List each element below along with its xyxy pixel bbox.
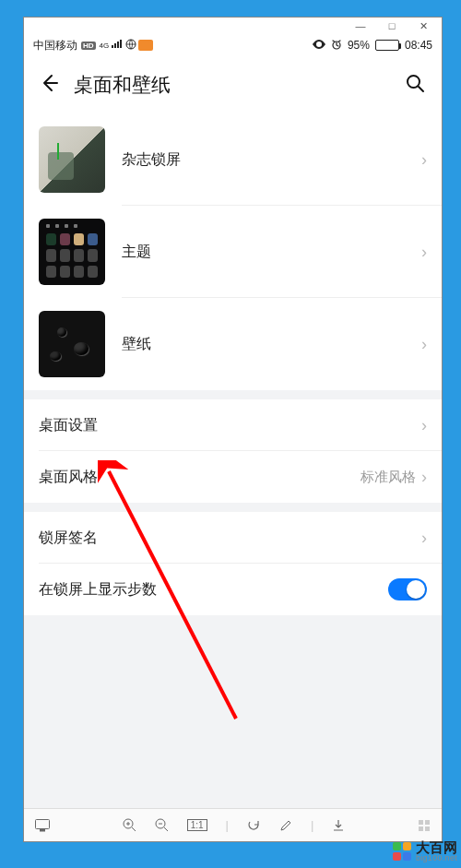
svg-rect-5 — [40, 829, 45, 832]
chevron-right-icon: › — [421, 244, 427, 260]
show-steps-row: 在锁屏上显示步数 — [24, 564, 442, 615]
row-label: 杂志锁屏 — [122, 150, 181, 170]
watermark: 大百网 big100.net — [392, 840, 457, 862]
page-title: 桌面和壁纸 — [74, 72, 171, 98]
row-label: 主题 — [122, 243, 151, 262]
clock-label: 08:45 — [405, 39, 432, 52]
wallpaper-row[interactable]: 壁纸 › — [24, 298, 442, 390]
phone-screen: 中国移动 HD 4G 95% 08:45 — [24, 34, 442, 808]
screenshot-button[interactable] — [35, 819, 50, 832]
chevron-right-icon: › — [421, 417, 427, 434]
emulator-toolbar: 1:1 | | — [24, 808, 442, 841]
arrow-left-icon — [39, 73, 59, 93]
window-titlebar: — □ ✕ — [24, 18, 442, 34]
chevron-right-icon: › — [421, 469, 427, 485]
search-button[interactable] — [401, 69, 429, 101]
rotate-button[interactable] — [247, 818, 261, 832]
svg-rect-11 — [425, 826, 430, 831]
zoom-in-button[interactable] — [123, 818, 136, 832]
alarm-icon — [331, 39, 342, 53]
status-left: 中国移动 HD 4G — [33, 38, 153, 54]
window-close-button[interactable]: ✕ — [418, 21, 429, 31]
svg-rect-4 — [36, 819, 50, 828]
desktop-settings-row[interactable]: 桌面设置 › — [24, 399, 442, 451]
svg-rect-10 — [419, 826, 423, 831]
eye-comfort-icon — [313, 39, 325, 52]
wallpaper-thumb — [39, 311, 105, 377]
more-button[interactable] — [418, 819, 431, 832]
globe-icon — [125, 39, 136, 53]
header-bar: 桌面和壁纸 — [24, 56, 442, 113]
row-label: 锁屏签名 — [39, 529, 98, 548]
emulator-window: — □ ✕ 中国移动 HD 4G — [23, 17, 443, 842]
theme-row[interactable]: 主题 › — [24, 206, 442, 298]
row-label: 桌面设置 — [39, 416, 98, 435]
row-label: 桌面风格 — [39, 468, 98, 487]
lockscreen-group: 锁屏签名 › 在锁屏上显示步数 — [24, 512, 442, 615]
window-minimize-button[interactable]: — — [355, 21, 366, 31]
svg-point-2 — [408, 76, 420, 88]
chevron-right-icon: › — [421, 529, 427, 546]
chevron-right-icon: › — [421, 151, 427, 168]
desktop-group: 桌面设置 › 桌面风格 标准风格 › — [24, 399, 442, 503]
show-steps-toggle[interactable] — [388, 578, 427, 600]
watermark-logo-icon — [392, 841, 412, 862]
signal-icon — [111, 39, 124, 52]
watermark-title: 大百网 — [416, 840, 457, 854]
desktop-style-row[interactable]: 桌面风格 标准风格 › — [24, 451, 442, 503]
network-label: 4G — [100, 42, 110, 50]
app-indicator-icon — [138, 40, 153, 51]
row-label: 壁纸 — [122, 335, 151, 354]
battery-icon — [375, 40, 399, 51]
theme-group: 杂志锁屏 › 主题 › 壁纸 — [24, 113, 442, 390]
zoom-out-button[interactable] — [155, 818, 169, 832]
chevron-right-icon: › — [421, 336, 427, 352]
lockscreen-signature-row[interactable]: 锁屏签名 › — [24, 512, 442, 564]
battery-percent: 95% — [348, 39, 370, 52]
back-button[interactable] — [35, 69, 63, 101]
search-icon — [405, 73, 425, 93]
content-area: 杂志锁屏 › 主题 › 壁纸 — [24, 113, 442, 808]
magazine-lockscreen-thumb — [39, 126, 105, 193]
scale-button[interactable]: 1:1 — [187, 819, 207, 831]
row-value: 标准风格 — [361, 469, 416, 486]
status-bar: 中国移动 HD 4G 95% 08:45 — [24, 34, 442, 56]
theme-thumb — [39, 219, 105, 285]
hd-badge: HD — [81, 42, 96, 50]
magazine-lockscreen-row[interactable]: 杂志锁屏 › — [24, 113, 442, 206]
svg-rect-9 — [425, 820, 430, 825]
svg-rect-8 — [419, 820, 423, 825]
download-button[interactable] — [332, 819, 345, 832]
carrier-label: 中国移动 — [33, 38, 77, 54]
watermark-url: big100.net — [416, 854, 457, 862]
edit-button[interactable] — [279, 819, 292, 832]
row-label: 在锁屏上显示步数 — [39, 580, 157, 600]
window-maximize-button[interactable]: □ — [386, 21, 397, 31]
status-right: 95% 08:45 — [313, 39, 432, 53]
